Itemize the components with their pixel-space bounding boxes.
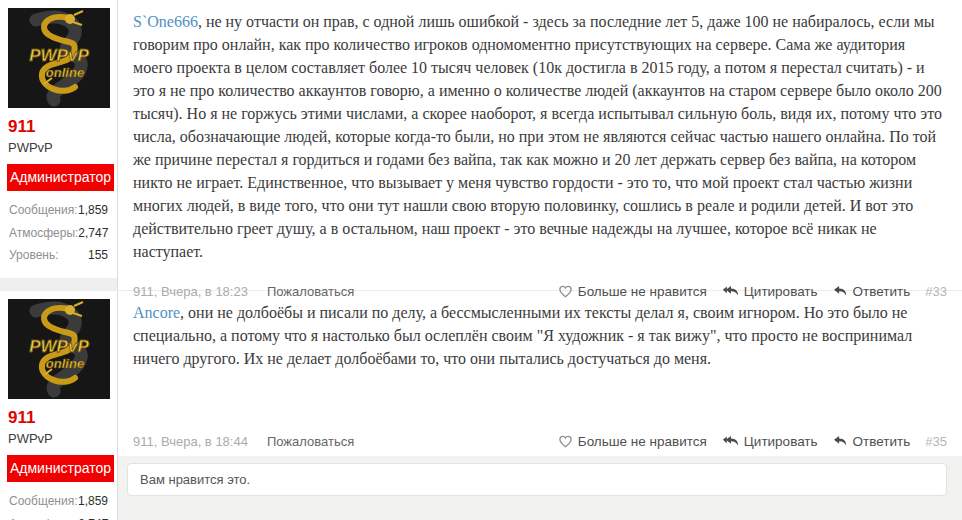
stat-value: 1,859 <box>78 203 108 217</box>
likes-section: Вам нравится это. <box>118 456 962 520</box>
post-actions: Больше не нравится Цитировать Ответить #… <box>558 434 947 449</box>
stat-row-atmospheres: Атмосферы: 2,747 <box>9 513 108 520</box>
avatar[interactable]: PWPvP online <box>8 8 110 108</box>
avatar-text-line1: PWPvP <box>29 46 89 65</box>
avatar[interactable]: PWPvP online <box>8 299 110 399</box>
author-pane: PWPvP online 911 PWPvP Администратор Соо… <box>0 291 118 520</box>
stat-label: Уровень: <box>9 248 59 262</box>
stat-value: 2,747 <box>78 517 108 520</box>
unlike-label: Больше не нравится <box>578 434 707 449</box>
avatar-text-line2: online <box>46 65 84 80</box>
unlike-button[interactable]: Больше не нравится <box>558 434 707 449</box>
forum-post-list: PWPvP online 911 PWPvP Администратор Соо… <box>0 0 962 520</box>
stat-value: 1,859 <box>78 494 108 508</box>
likes-summary: Вам нравится это. <box>127 463 947 496</box>
mention-link[interactable]: Ancore <box>133 304 180 321</box>
post-text: , они не долбоёбы и писали по делу, а бе… <box>133 304 912 367</box>
heart-icon <box>558 434 573 449</box>
admin-badge: Администратор <box>7 455 114 482</box>
dragon-avatar-image: PWPvP online <box>8 299 110 399</box>
post-body: S`One666, не ну отчасти он прав, с одной… <box>118 0 962 263</box>
author-stats: Сообщения: 1,859 Атмосферы: 2,747 Уровен… <box>9 199 108 267</box>
post-main: S`One666, не ну отчасти он прав, с одной… <box>118 0 962 290</box>
stat-row-messages: Сообщения: 1,859 <box>9 199 108 222</box>
stat-label: Атмосферы: <box>9 517 78 520</box>
author-username[interactable]: 911 <box>8 117 117 137</box>
quote-button[interactable]: Цитировать <box>722 434 818 449</box>
author-pane-filler <box>0 278 117 291</box>
forum-post: PWPvP online 911 PWPvP Администратор Соо… <box>0 291 962 520</box>
report-link[interactable]: Пожаловаться <box>267 434 354 449</box>
stat-label: Сообщения: <box>9 203 77 217</box>
avatar-text-line2: online <box>46 356 84 371</box>
mention-link[interactable]: S`One666 <box>133 13 198 30</box>
admin-badge: Администратор <box>7 164 114 191</box>
stat-row-level: Уровень: 155 <box>9 244 108 267</box>
stat-value: 2,747 <box>78 226 108 240</box>
stat-row-atmospheres: Атмосферы: 2,747 <box>9 222 108 245</box>
post-main: Ancore, они не долбоёбы и писали по делу… <box>118 291 962 520</box>
avatar-text-line1: PWPvP <box>29 337 89 356</box>
author-group: PWPvP <box>8 431 117 446</box>
quote-label: Цитировать <box>744 434 818 449</box>
dragon-avatar-image: PWPvP online <box>8 8 110 108</box>
stat-label: Сообщения: <box>9 494 77 508</box>
post-body: Ancore, они не долбоёбы и писали по делу… <box>118 291 962 370</box>
stat-row-messages: Сообщения: 1,859 <box>9 490 108 513</box>
post-footer: 911, Вчера, в 18:44 Пожаловаться Больше … <box>118 434 962 449</box>
quote-icon <box>722 435 739 448</box>
reply-label: Ответить <box>853 434 911 449</box>
author-stats: Сообщения: 1,859 Атмосферы: 2,747 Уровен… <box>9 490 108 520</box>
post-meta-timestamp: 911, Вчера, в 18:44 <box>133 434 248 449</box>
post-text: , не ну отчасти он прав, с одной лишь ош… <box>133 13 942 260</box>
post-number-link[interactable]: #35 <box>925 434 947 449</box>
forum-post: PWPvP online 911 PWPvP Администратор Соо… <box>0 0 962 291</box>
author-pane: PWPvP online 911 PWPvP Администратор Соо… <box>0 0 118 290</box>
reply-button[interactable]: Ответить <box>833 434 911 449</box>
author-group: PWPvP <box>8 140 117 155</box>
author-username[interactable]: 911 <box>8 408 117 428</box>
stat-value: 155 <box>88 248 108 262</box>
reply-arrow-icon <box>833 435 848 448</box>
stat-label: Атмосферы: <box>9 226 78 240</box>
